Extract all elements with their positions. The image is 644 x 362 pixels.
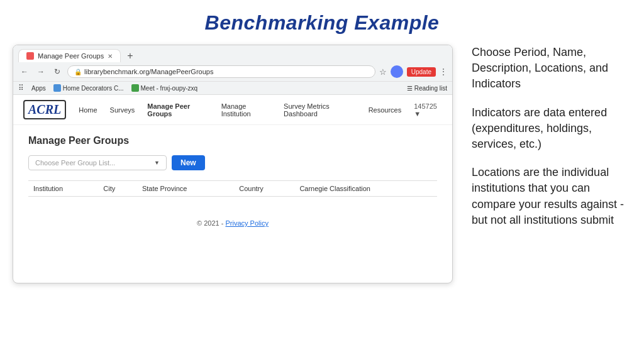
site-footer: © 2021 - Privacy Policy bbox=[13, 207, 452, 239]
forward-button[interactable]: → bbox=[35, 65, 47, 78]
meet-favicon bbox=[131, 84, 139, 92]
annotation-block-2: Indicators are data entered (expenditure… bbox=[472, 105, 631, 153]
meet-label: Meet - fnxj-oupy-zxq bbox=[141, 85, 198, 92]
select-arrow-icon: ▼ bbox=[154, 160, 160, 166]
site-content: ACRL Home Surveys Manage Peer Groups Man… bbox=[13, 95, 452, 239]
col-state-province: State Province bbox=[137, 181, 234, 197]
page-title: Manage Peer Groups bbox=[28, 135, 437, 146]
home-decorators-favicon bbox=[53, 84, 61, 92]
new-button[interactable]: New bbox=[172, 155, 205, 170]
peer-group-select[interactable]: Choose Peer Group List... ▼ bbox=[28, 155, 167, 170]
browser-chrome: Manage Peer Groups ✕ + ← → ↻ 🔒 librarybe… bbox=[13, 45, 452, 95]
site-main: Manage Peer Groups Choose Peer Group Lis… bbox=[13, 125, 452, 207]
user-avatar[interactable] bbox=[391, 65, 403, 78]
col-carnegie: Carnegie Classification bbox=[294, 181, 437, 197]
tab-favicon bbox=[26, 52, 34, 60]
browser-screenshot: Manage Peer Groups ✕ + ← → ↻ 🔒 librarybe… bbox=[13, 45, 453, 283]
active-tab[interactable]: Manage Peer Groups ✕ bbox=[18, 49, 121, 62]
address-text: librarybenchmark.org/ManagePeerGroups bbox=[84, 68, 213, 75]
table-header-row: Institution City State Province Country … bbox=[28, 181, 437, 197]
update-button[interactable]: Update bbox=[407, 67, 436, 77]
slide-title: Benchmarking Example bbox=[0, 0, 644, 42]
annotation-block-1: Choose Period, Name, Description, Locati… bbox=[472, 45, 631, 92]
browser-controls: ← → ↻ 🔒 librarybenchmark.org/ManagePeerG… bbox=[13, 62, 452, 81]
annotation-text-2: Indicators are data entered (expenditure… bbox=[472, 106, 607, 150]
annotation-text-1: Choose Period, Name, Description, Locati… bbox=[472, 46, 608, 90]
bookmark-icon[interactable]: ☆ bbox=[379, 67, 387, 77]
logo-text: ACRL bbox=[28, 102, 61, 116]
bookmarks-icon: ⠿ bbox=[18, 84, 24, 92]
site-logo: ACRL bbox=[23, 100, 66, 119]
tab-bar: Manage Peer Groups ✕ + bbox=[13, 45, 452, 62]
nav-surveys[interactable]: Surveys bbox=[110, 106, 135, 114]
peer-group-placeholder: Choose Peer Group List... bbox=[35, 159, 115, 167]
nav-manage-institution[interactable]: Manage Institution bbox=[221, 102, 271, 118]
address-bar[interactable]: 🔒 librarybenchmark.org/ManagePeerGroups bbox=[67, 65, 375, 78]
privacy-policy-link[interactable]: Privacy Policy bbox=[225, 219, 268, 227]
annotation-text-3: Locations are the individual institution… bbox=[472, 166, 624, 226]
bookmark-home-decorators[interactable]: Home Decorators C... bbox=[53, 84, 124, 92]
right-text: Choose Period, Name, Description, Locati… bbox=[465, 42, 631, 354]
refresh-button[interactable]: ↻ bbox=[51, 65, 64, 78]
new-tab-button[interactable]: + bbox=[123, 51, 136, 61]
col-city: City bbox=[98, 181, 137, 197]
nav-number: 145725 ▼ bbox=[414, 102, 442, 118]
bookmarks-bar: ⠿ Apps Home Decorators C... Meet - fnxj-… bbox=[13, 81, 452, 94]
menu-icon[interactable]: ⋮ bbox=[440, 67, 447, 76]
peer-group-controls: Choose Peer Group List... ▼ New bbox=[28, 155, 437, 170]
nav-manage-peer-groups[interactable]: Manage Peer Groups bbox=[147, 102, 208, 118]
nav-resources[interactable]: Resources bbox=[369, 106, 402, 114]
apps-label: Apps bbox=[31, 85, 46, 92]
lock-icon: 🔒 bbox=[74, 69, 82, 75]
tab-close-icon[interactable]: ✕ bbox=[108, 53, 113, 60]
site-nav: ACRL Home Surveys Manage Peer Groups Man… bbox=[13, 95, 452, 125]
home-decorators-label: Home Decorators C... bbox=[63, 85, 124, 92]
data-table: Institution City State Province Country … bbox=[28, 180, 437, 197]
reading-list-label: Reading list bbox=[414, 85, 447, 92]
browser-actions: ☆ Update ⋮ bbox=[379, 65, 447, 78]
bookmark-apps[interactable]: Apps bbox=[31, 85, 46, 92]
back-button[interactable]: ← bbox=[18, 65, 31, 78]
nav-home[interactable]: Home bbox=[79, 106, 97, 114]
reading-list-icon: ☰ bbox=[407, 85, 413, 92]
bookmark-meet[interactable]: Meet - fnxj-oupy-zxq bbox=[131, 84, 198, 92]
col-country: Country bbox=[234, 181, 294, 197]
col-institution: Institution bbox=[28, 181, 98, 197]
tab-label: Manage Peer Groups bbox=[38, 52, 104, 60]
annotation-block-3: Locations are the individual institution… bbox=[472, 165, 631, 228]
nav-survey-metrics[interactable]: Survey Metrics Dashboard bbox=[284, 102, 356, 118]
reading-list[interactable]: ☰ Reading list bbox=[407, 85, 447, 92]
footer-text: © 2021 - bbox=[197, 219, 223, 227]
